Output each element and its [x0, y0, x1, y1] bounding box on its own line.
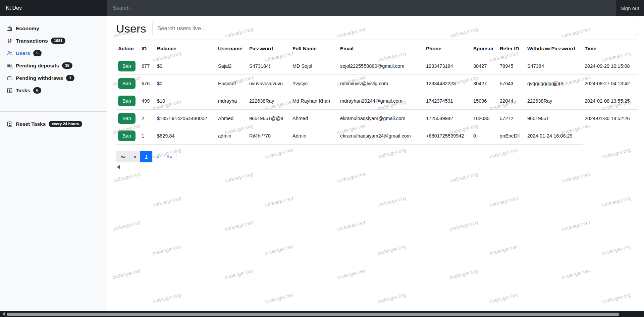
ban-button[interactable]: Ban — [118, 96, 136, 106]
cell-withdraw-password: S47384 — [525, 57, 583, 75]
cell-email: uuvuvuviv@ivivig.com — [338, 75, 424, 92]
scrollbar-left-arrow[interactable] — [2, 312, 5, 316]
table-row: Ban 1 $629.84 admin R@hi**70 Admin ekram… — [116, 127, 638, 145]
pagination-prev[interactable]: « — [129, 151, 140, 162]
col-full-name: Full Name — [290, 40, 338, 57]
ban-button[interactable]: Ban — [118, 61, 136, 71]
sidebar-item-label: Reset Tasks — [16, 121, 46, 127]
watermark-text: codesger.org — [601, 244, 631, 256]
cell-sponsor: 30427 — [471, 75, 498, 92]
pagination-last[interactable]: »» — [163, 151, 176, 162]
watermark-text: codesger.net — [112, 171, 141, 183]
sidebar-divider — [0, 111, 107, 112]
pagination-page-1[interactable]: 1 — [140, 151, 153, 162]
cell-password: 96519651@@a — [247, 110, 290, 127]
cell-username: Ahmed — [216, 110, 247, 127]
ban-button[interactable]: Ban — [118, 130, 136, 141]
cell-sponsor: 15036 — [471, 92, 498, 110]
ban-button[interactable]: Ban — [118, 113, 136, 124]
cell-id: 2 — [140, 110, 155, 127]
cell-phone: 1933473184 — [424, 57, 471, 75]
sidebar-item-transactions[interactable]: Transactions 1081 — [0, 35, 107, 47]
pending-deposits-count-badge: 35 — [62, 62, 72, 69]
watermark-text: codesger.org — [377, 244, 406, 256]
cell-withdraw-password: qnEneDlf — [498, 127, 525, 145]
cell-email: mdrayhan20244@gmail.com — [338, 92, 424, 110]
cell-refer-id: 78945 — [498, 57, 525, 75]
watermark-text: codesger.org — [601, 195, 631, 208]
cell-time: 2024-01-24 16:08:29 — [525, 127, 583, 145]
pagination-next[interactable]: » — [152, 151, 163, 162]
users-count-badge: 5 — [33, 50, 41, 57]
col-action: Action — [116, 40, 140, 57]
watermark-text: codesger.net — [112, 219, 141, 232]
col-email: Email — [338, 40, 424, 57]
watermark-text: codesger.org — [601, 292, 631, 304]
watermark-text: codesger.net — [561, 219, 590, 232]
people-icon — [7, 50, 13, 56]
table-row: Ban 677 $0 Sajal2 S473184) MD Sojol sojo… — [116, 57, 638, 75]
cell-phone: 12334432223 — [424, 75, 471, 92]
cell-time: 2024-01-30 14:52:26 — [583, 110, 638, 127]
watermark-text: codesger.net — [264, 244, 293, 256]
navbar-search-input[interactable] — [107, 0, 616, 16]
users-live-search-input[interactable] — [152, 21, 638, 36]
watermark-text: codesger.net — [336, 268, 366, 280]
sidebar-item-pending-withdraws[interactable]: Pending withdraws 1 — [0, 72, 107, 84]
sign-out-button[interactable]: Sign out — [616, 0, 644, 16]
cell-balance: $1457.9142064480002 — [155, 110, 216, 127]
table-header-row: Action ID Balance Username Password Full… — [116, 40, 638, 57]
page-header: Users — [116, 21, 638, 36]
cell-withdraw-password: 96519651 — [525, 110, 583, 127]
main-content: Users Action ID Balance Username Passwor… — [107, 16, 644, 311]
sidebar-item-label: Pending deposits — [16, 63, 59, 69]
scrollbar-thumb[interactable] — [7, 313, 619, 316]
person-badge-icon — [7, 121, 13, 127]
cell-refer-id: 22044 — [498, 92, 525, 110]
cell-sponsor: 102030 — [471, 110, 498, 127]
watermark-text: codesger.org — [449, 268, 478, 280]
watermark-text: codesger.net — [112, 268, 141, 280]
transactions-count-badge: 1081 — [51, 38, 66, 44]
cell-username: Hucucuf — [216, 75, 247, 92]
cash-coin-icon — [7, 63, 13, 69]
watermark-text: codesger.org — [449, 171, 478, 183]
col-withdraw-password: Withdraw Password — [525, 40, 583, 57]
cell-refer-id: 57272 — [498, 110, 525, 127]
top-navbar: Kt Dev Sign out — [0, 0, 644, 16]
watermark-text: codesger.org — [224, 171, 254, 183]
col-balance: Balance — [155, 40, 216, 57]
cell-balance: $629.84 — [155, 127, 216, 145]
cell-id: 676 — [140, 75, 155, 92]
cell-sponsor: 0 — [471, 127, 498, 145]
cell-password: S473184) — [247, 57, 290, 75]
wallet-icon — [7, 75, 13, 81]
horizontal-scrollbar[interactable] — [0, 311, 644, 317]
col-refer-id: Refer ID — [498, 40, 525, 57]
col-time: Time — [583, 40, 638, 57]
sidebar: Economy Transactions 1081 Users 5 — [0, 16, 107, 311]
pending-withdraws-count-badge: 1 — [66, 75, 74, 82]
pagination-first[interactable]: «« — [116, 151, 130, 162]
sidebar-item-users[interactable]: Users 5 — [0, 47, 107, 59]
ban-button[interactable]: Ban — [118, 78, 136, 89]
sidebar-item-label: Transactions — [16, 38, 48, 44]
watermark-text: codesger.org — [224, 219, 254, 232]
cell-full-name: Yvycyc — [290, 75, 338, 92]
sidebar-item-label: Tasks — [16, 88, 30, 94]
col-phone: Phone — [424, 40, 471, 57]
cell-email: ekramulhaqsiyam@gmail.com — [338, 110, 424, 127]
brand-link[interactable]: Kt Dev — [0, 0, 107, 16]
sidebar-item-economy[interactable]: Economy — [0, 22, 107, 35]
sidebar-item-tasks[interactable]: Tasks 6 — [0, 84, 107, 97]
watermark-text: codesger.net — [264, 292, 293, 304]
watermark-text: codesger.net — [336, 171, 366, 183]
arrow-down-up-icon — [7, 38, 13, 44]
col-sponsor: Sponsor — [471, 40, 498, 57]
page-title: Users — [116, 22, 146, 35]
cell-id: 677 — [140, 57, 155, 75]
sidebar-item-reset-tasks[interactable]: Reset Tasks every 24 hours — [0, 118, 107, 130]
watermark-text: codesger.org — [377, 292, 406, 304]
cell-email: ekramulhaqsiyam24@gmail.com — [338, 127, 424, 145]
sidebar-item-pending-deposits[interactable]: Pending deposits 35 — [0, 59, 107, 72]
